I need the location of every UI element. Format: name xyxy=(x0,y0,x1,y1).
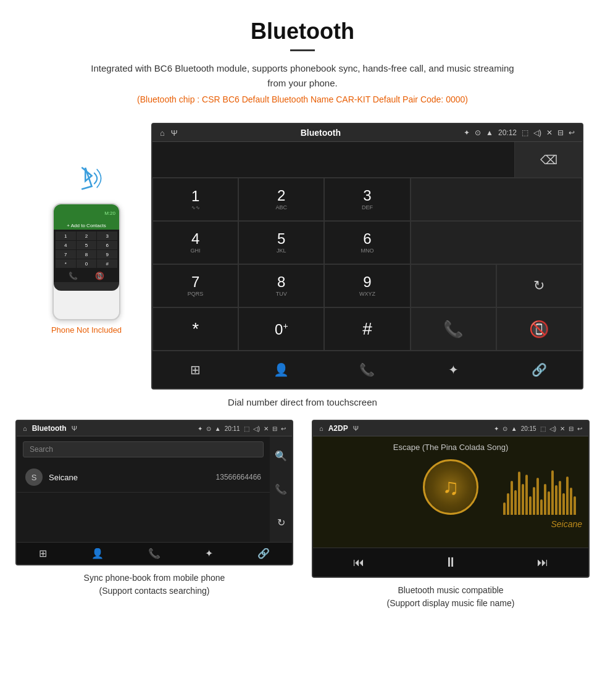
car-header-left: ⌂ Ψ xyxy=(160,128,178,138)
dial-right-empty-2 xyxy=(411,221,582,264)
ph-refresh-icon[interactable]: ↻ xyxy=(277,517,285,528)
mu-vol-icon[interactable]: ◁) xyxy=(549,425,556,432)
ph-header-left: ⌂ Bluetooth Ψ xyxy=(23,424,77,433)
dial-key-7[interactable]: 7 PQRS xyxy=(152,264,238,307)
mu-back-icon[interactable]: ↩ xyxy=(577,425,582,432)
dial-key-star[interactable]: * xyxy=(152,307,238,351)
bluetooth-icon[interactable]: ✦ xyxy=(441,357,465,382)
visualizer-bar xyxy=(529,496,532,515)
delete-button[interactable]: ⌫ xyxy=(514,142,582,177)
contact-initial: S xyxy=(31,473,37,482)
dial-key-5[interactable]: 5 JKL xyxy=(238,221,324,264)
ph-bt-icon: ✦ xyxy=(198,425,202,432)
mu-cam-icon[interactable]: ⬚ xyxy=(540,425,546,432)
contacts-icon[interactable]: 👤 xyxy=(269,357,294,382)
phone-key-7: 7 xyxy=(56,250,76,259)
title-divider xyxy=(290,49,315,51)
visualizer-bar xyxy=(555,485,557,515)
mu-close-icon[interactable]: ✕ xyxy=(560,425,565,432)
refresh-button[interactable]: ↻ xyxy=(496,264,582,307)
search-field[interactable]: Search xyxy=(23,441,264,457)
bluetooth-status-icon: ✦ xyxy=(464,128,470,137)
dial-right-empty-3 xyxy=(411,264,496,307)
music-caption: Bluetooth music compatible (Support disp… xyxy=(387,584,515,610)
phone-key-5: 5 xyxy=(77,241,97,249)
phonebook-body: Search S Seicane 13566664466 xyxy=(17,436,292,542)
visualizer-bar xyxy=(522,484,524,515)
car-header-right: ✦ ⊙ ▲ 20:12 ⬚ ◁) ✕ ⊟ ↩ xyxy=(464,128,575,137)
phone-key-2: 2 xyxy=(77,231,97,240)
ph-back-icon[interactable]: ↩ xyxy=(281,425,286,432)
music-block: ⌂ A2DP Ψ ✦ ⊙ ▲ 20:15 ⬚ ◁) ✕ ⊟ ↩ xyxy=(312,420,590,610)
music-screen-body: Escape (The Pina Colada Song) ♫ Seicane xyxy=(313,436,588,548)
keypad-grid: 1 ∿∿ 2 ABC 3 DEF 4 GHI 5 xyxy=(152,178,582,351)
ph-home-icon[interactable]: ⌂ xyxy=(23,425,27,432)
phone-call-bar: 📞 📵 xyxy=(54,270,119,282)
hangup-button[interactable]: 📵 xyxy=(496,307,582,351)
search-placeholder: Search xyxy=(30,445,53,454)
camera-icon[interactable]: ⬚ xyxy=(522,128,528,137)
volume-icon[interactable]: ◁) xyxy=(533,128,541,137)
dial-key-0[interactable]: 0+ xyxy=(238,307,324,351)
ph-usb-icon: Ψ xyxy=(72,425,77,432)
skip-forward-icon[interactable]: ⏭ xyxy=(537,556,548,569)
phone-key-4: 4 xyxy=(56,241,76,249)
phone-key-8: 8 xyxy=(77,250,97,259)
dial-key-6[interactable]: 6 MNO xyxy=(324,221,410,264)
ph-cam-icon[interactable]: ⬚ xyxy=(244,425,249,432)
contact-number: 13566664466 xyxy=(216,473,261,481)
play-pause-icon[interactable]: ⏸ xyxy=(444,554,457,570)
subtitle-text: Integrated with BC6 Bluetooth module, su… xyxy=(86,61,519,91)
skip-back-icon[interactable]: ⏮ xyxy=(353,556,364,569)
home-icon[interactable]: ⌂ xyxy=(160,128,165,138)
pb-phone-icon[interactable]: 📞 xyxy=(148,548,161,559)
call-button[interactable]: 📞 xyxy=(411,307,496,351)
dial-key-4[interactable]: 4 GHI xyxy=(152,221,238,264)
pb-user-icon[interactable]: 👤 xyxy=(91,548,104,559)
ph-vol-icon[interactable]: ◁) xyxy=(253,425,260,432)
phonebook-bottom-bar: ⊞ 👤 📞 ✦ 🔗 xyxy=(17,542,292,564)
contact-row[interactable]: S Seicane 13566664466 xyxy=(17,462,270,493)
dial-key-3[interactable]: 3 DEF xyxy=(324,178,410,221)
pb-grid-icon[interactable]: ⊞ xyxy=(39,548,47,559)
dial-key-hash[interactable]: # xyxy=(324,307,410,351)
ph-signal-icon: ▲ xyxy=(215,425,221,432)
mu-bt-icon: ✦ xyxy=(494,425,499,432)
page-title: Bluetooth xyxy=(12,19,593,44)
visualizer-bar xyxy=(540,499,543,515)
ph-call-icon[interactable]: 📞 xyxy=(275,483,287,495)
ph-time: 20:11 xyxy=(225,425,240,432)
phone-mockup: M:20 + Add to Contacts 1 2 3 4 5 6 7 8 9… xyxy=(52,203,120,320)
music-visualizer xyxy=(503,465,576,515)
pb-link-icon[interactable]: 🔗 xyxy=(257,548,270,559)
location-icon: ⊙ xyxy=(475,128,481,137)
contact-name: Seicane xyxy=(49,473,216,482)
music-song-title: Escape (The Pina Colada Song) xyxy=(393,443,508,452)
ph-min-icon[interactable]: ⊟ xyxy=(272,425,277,432)
dial-key-9[interactable]: 9 WXYZ xyxy=(324,264,410,307)
back-icon[interactable]: ↩ xyxy=(569,128,575,137)
phone-key-star: * xyxy=(56,259,76,268)
close-icon[interactable]: ✕ xyxy=(546,128,553,137)
visualizer-bar xyxy=(574,496,576,515)
phone-screen-top: M:20 xyxy=(54,204,119,222)
music-header: ⌂ A2DP Ψ ✦ ⊙ ▲ 20:15 ⬚ ◁) ✕ ⊟ ↩ xyxy=(313,421,588,436)
minimize-icon[interactable]: ⊟ xyxy=(557,128,564,137)
mu-min-icon[interactable]: ⊟ xyxy=(569,425,574,432)
ph-header-right: ✦ ⊙ ▲ 20:11 ⬚ ◁) ✕ ⊟ ↩ xyxy=(198,425,286,432)
dial-display-number xyxy=(152,142,514,177)
ph-title: Bluetooth xyxy=(32,424,67,433)
link-icon[interactable]: 🔗 xyxy=(527,357,551,382)
dial-key-2[interactable]: 2 ABC xyxy=(238,178,324,221)
visualizer-bar xyxy=(536,478,539,515)
clock-display: 20:12 xyxy=(498,128,517,137)
grid-icon[interactable]: ⊞ xyxy=(183,357,208,382)
pb-bt-icon[interactable]: ✦ xyxy=(205,548,213,559)
ph-close-icon[interactable]: ✕ xyxy=(264,425,269,432)
ph-search-icon[interactable]: 🔍 xyxy=(275,450,287,462)
visualizer-bar xyxy=(525,475,528,515)
dial-key-1[interactable]: 1 ∿∿ xyxy=(152,178,238,221)
dial-key-8[interactable]: 8 TUV xyxy=(238,264,324,307)
mu-home-icon[interactable]: ⌂ xyxy=(319,425,323,432)
phone-icon[interactable]: 📞 xyxy=(355,357,380,382)
